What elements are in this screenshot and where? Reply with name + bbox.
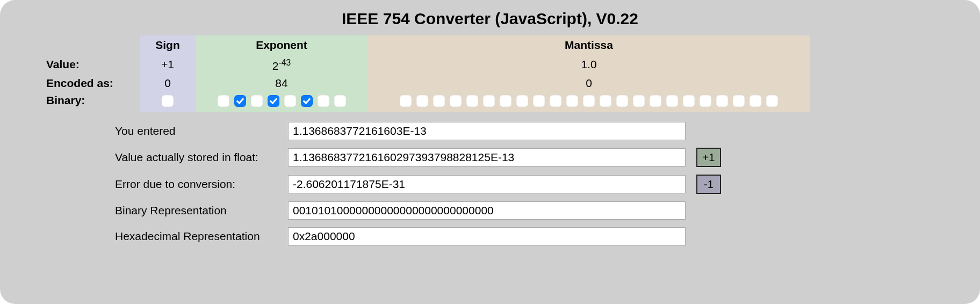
value-sign: +1: [140, 56, 196, 75]
binary-exponent: [196, 92, 367, 112]
input-entered[interactable]: [288, 122, 686, 140]
mantissa-bit-21[interactable]: [750, 95, 761, 107]
exponent-bit-0[interactable]: [218, 95, 229, 107]
label-entered: You entered: [115, 125, 287, 137]
label-binrep: Binary Representation: [115, 204, 287, 217]
mantissa-bit-3[interactable]: [450, 95, 462, 107]
exponent-bit-4[interactable]: [284, 95, 296, 107]
converter-card: IEEE 754 Converter (JavaScript), V0.22 S…: [0, 0, 980, 304]
col-header-exponent: Exponent: [196, 35, 367, 56]
label-stored: Value actually stored in float:: [115, 151, 287, 164]
col-header-sign: Sign: [140, 35, 196, 56]
exp-power: -43: [278, 58, 291, 67]
exp-base: 2: [272, 60, 279, 72]
mantissa-bit-20[interactable]: [733, 95, 745, 107]
mantissa-bit-13[interactable]: [616, 95, 628, 107]
col-header-mantissa: Mantissa: [367, 35, 810, 56]
label-hexrep: Hexadecimal Representation: [115, 230, 287, 243]
exponent-bit-5[interactable]: [301, 95, 313, 107]
mantissa-bit-5[interactable]: [483, 95, 495, 107]
mantissa-bit-9[interactable]: [550, 95, 561, 107]
label-error: Error due to conversion:: [115, 178, 287, 191]
exponent-bit-3[interactable]: [268, 95, 279, 107]
input-binrep[interactable]: [288, 201, 686, 220]
readout-form: You entered Value actually stored in flo…: [115, 122, 980, 245]
exponent-bit-6[interactable]: [318, 95, 329, 107]
mantissa-bit-2[interactable]: [433, 95, 445, 107]
row-label-value: Value:: [0, 56, 140, 75]
mantissa-bit-14[interactable]: [633, 95, 645, 107]
value-mantissa: 1.0: [367, 56, 810, 75]
mantissa-bit-16[interactable]: [666, 95, 678, 107]
mantissa-bit-8[interactable]: [533, 95, 545, 107]
mantissa-bit-7[interactable]: [516, 95, 528, 107]
mantissa-bit-4[interactable]: [466, 95, 478, 107]
mantissa-bit-1[interactable]: [416, 95, 428, 107]
increment-button[interactable]: +1: [696, 148, 721, 167]
mantissa-bit-18[interactable]: [700, 95, 711, 107]
mantissa-bit-12[interactable]: [600, 95, 611, 107]
mantissa-bit-10[interactable]: [566, 95, 578, 107]
bit-grid: Sign Exponent Mantissa Value: +1 2-43 1.…: [0, 35, 980, 112]
binary-mantissa: [367, 92, 810, 112]
row-label-binary: Binary:: [0, 92, 140, 112]
exponent-bit-1[interactable]: [234, 95, 246, 107]
exponent-bit-2[interactable]: [251, 95, 263, 107]
mantissa-bit-17[interactable]: [683, 95, 695, 107]
binary-sign: [140, 92, 196, 112]
input-error[interactable]: [288, 175, 686, 193]
value-exponent: 2-43: [196, 56, 367, 75]
page-title: IEEE 754 Converter (JavaScript), V0.22: [0, 10, 980, 28]
exponent-bit-7[interactable]: [334, 95, 346, 107]
encoded-mantissa: 0: [367, 75, 810, 92]
sign-bit-0[interactable]: [162, 95, 174, 107]
row-label-encoded: Encoded as:: [0, 75, 140, 92]
input-hexrep[interactable]: [288, 227, 686, 245]
mantissa-bit-19[interactable]: [716, 95, 728, 107]
encoded-exponent: 84: [196, 75, 367, 92]
encoded-sign: 0: [140, 75, 196, 92]
mantissa-bit-0[interactable]: [400, 95, 412, 107]
mantissa-bit-15[interactable]: [650, 95, 661, 107]
input-stored[interactable]: [288, 148, 686, 167]
mantissa-bit-6[interactable]: [500, 95, 511, 107]
mantissa-bit-11[interactable]: [583, 95, 595, 107]
mantissa-bit-22[interactable]: [766, 95, 778, 107]
decrement-button[interactable]: -1: [696, 175, 721, 194]
